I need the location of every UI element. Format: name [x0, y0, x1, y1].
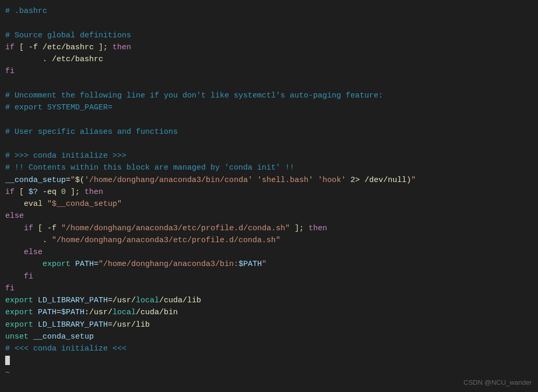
code-line: fi [5, 283, 533, 295]
code-line: # .bashrc [5, 5, 533, 17]
cursor-icon [5, 356, 10, 365]
code-line [5, 114, 533, 125]
code-line: export PATH=$PATH:/usr/local/cuda/bin [5, 306, 533, 318]
code-line: # <<< conda initialize <<< [5, 343, 533, 355]
code-line: if [ -f /etc/bashrc ]; then [5, 41, 533, 53]
code-line: . "/home/donghang/anaconda3/etc/profile.… [5, 234, 533, 246]
code-line: unset __conda_setup [5, 331, 533, 343]
code-line [5, 78, 533, 90]
code-line: # User specific aliases and functions [5, 126, 533, 138]
code-line: fi [5, 271, 533, 283]
code-line: export LD_LIBRARY_PATH=/usr/local/cuda/l… [5, 295, 533, 306]
code-line: # Source global definitions [5, 30, 533, 41]
code-line: export PATH="/home/donghang/anaconda3/bi… [5, 258, 533, 270]
code-line [5, 17, 533, 29]
code-line: export LD_LIBRARY_PATH=/usr/lib [5, 319, 533, 331]
code-line: # export SYSTEMD_PAGER= [5, 102, 533, 114]
code-line: eval "$__conda_setup" [5, 198, 533, 210]
code-line: fi [5, 65, 533, 77]
code-line: # !! Contents within this block are mana… [5, 162, 533, 174]
code-line: . /etc/bashrc [5, 53, 533, 65]
code-line [5, 138, 533, 150]
tilde-line: ~ [5, 367, 533, 379]
code-line: if [ $? -eq 0 ]; then [5, 186, 533, 198]
code-editor[interactable]: # .bashrc # Source global definitions if… [5, 5, 533, 379]
code-line: else [5, 246, 533, 258]
code-line: else [5, 210, 533, 222]
code-line: if [ -f "/home/donghang/anaconda3/etc/pr… [5, 222, 533, 234]
cursor-line [5, 355, 533, 367]
watermark: CSDN @NCU_wander [463, 377, 532, 388]
code-line: __conda_setup="$('/home/donghang/anacond… [5, 174, 533, 186]
code-line: # >>> conda initialize >>> [5, 150, 533, 162]
code-line: # Uncomment the following line if you do… [5, 90, 533, 102]
